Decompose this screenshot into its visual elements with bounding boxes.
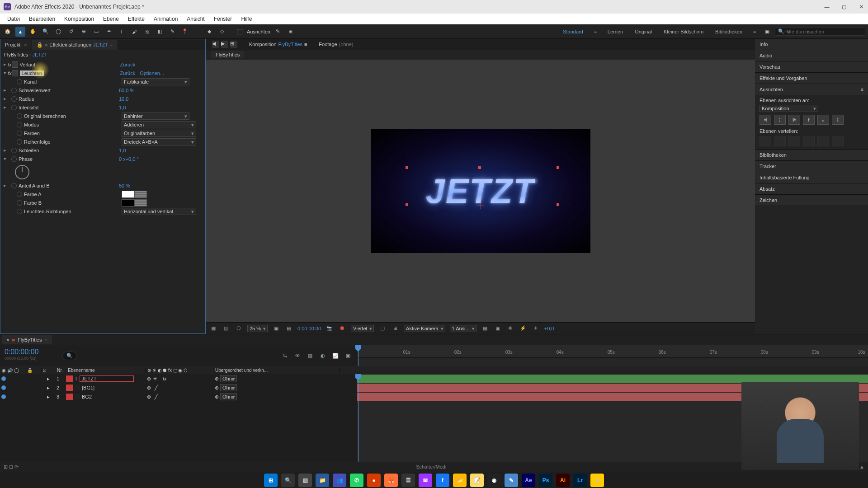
close-icon[interactable]: × — [6, 337, 9, 343]
schleifen-value[interactable]: 1,0 — [116, 148, 126, 153]
taskbar-search-icon[interactable]: 🔍 — [281, 474, 295, 487]
panel-absatz[interactable]: Absatz — [755, 183, 868, 194]
anchor-tool[interactable]: ⊕ — [79, 27, 89, 37]
panel-menu-icon[interactable]: ≡ — [861, 87, 863, 92]
tab-footage[interactable]: Footage (ohne) — [315, 40, 357, 49]
tl-shy-icon[interactable]: 👁 — [293, 352, 302, 360]
layer-name[interactable]: [BG1] — [82, 385, 94, 390]
anchor-point-icon[interactable] — [477, 202, 484, 209]
reihenfolge-dropdown[interactable]: Dreieck A>B>A — [122, 138, 196, 145]
orbit-tool[interactable]: ◯ — [53, 27, 63, 37]
menu-animation[interactable]: Animation — [149, 16, 182, 22]
home-tool[interactable]: 🏠 — [3, 27, 13, 37]
menu-komposition[interactable]: Komposition — [60, 16, 99, 22]
layer-color-label[interactable] — [66, 375, 73, 382]
rotate-tool[interactable]: ↺ — [66, 27, 76, 37]
taskbar-notes-icon[interactable]: 📝 — [470, 474, 484, 487]
panel-ausrichten[interactable]: Ausrichten≡ — [755, 84, 868, 95]
switches-modes-toggle[interactable]: Schalter/Modi — [416, 464, 446, 469]
help-search[interactable]: 🔍 — [775, 27, 865, 36]
taskbar-teams-icon[interactable]: 👥 — [333, 474, 346, 487]
align-top-icon[interactable]: ⫯ — [803, 115, 815, 125]
taskbar-whatsapp-icon[interactable]: ✆ — [350, 474, 363, 487]
clone-tool[interactable]: ⎘ — [142, 27, 152, 37]
motion-blur-icon[interactable]: ❋ — [506, 324, 514, 333]
playhead-line[interactable] — [358, 374, 359, 462]
snapshot-icon[interactable]: 📷 — [326, 324, 334, 333]
rect-tool[interactable]: ▭ — [91, 27, 101, 37]
eraser-tool[interactable]: ◧ — [155, 27, 165, 37]
layer-name-input[interactable]: JETZT — [80, 375, 134, 382]
panel-menu-icon[interactable]: ≡ — [110, 42, 113, 47]
exposure-value[interactable]: +0,0 — [544, 326, 554, 331]
zoom-tool[interactable]: 🔍 — [41, 27, 51, 37]
menu-hilfe[interactable]: Hilfe — [236, 16, 256, 22]
align-vcenter-icon[interactable]: ⫰ — [817, 115, 829, 125]
panel-info[interactable]: Info — [755, 39, 868, 50]
panel-tracker[interactable]: Tracker — [755, 161, 868, 172]
stopwatch-icon[interactable] — [11, 88, 17, 93]
panel-vorschau[interactable]: Vorschau — [755, 61, 868, 72]
visibility-toggle[interactable] — [1, 385, 6, 390]
tab-effekteinstellungen[interactable]: 🔒 ■ Effekteinstellungen JETZT ≡ — [32, 40, 118, 50]
lock-icon[interactable]: 🔒 — [37, 42, 43, 48]
puppet-tool[interactable]: 📍 — [180, 27, 190, 37]
stopwatch-icon[interactable] — [17, 131, 22, 136]
magnification-dropdown[interactable]: 25 % — [247, 325, 268, 332]
workspace-kleinerbildschirm[interactable]: Kleiner Bildschirm — [659, 29, 708, 34]
col-av-icons[interactable]: ◉ 🔊 ◯ — [0, 368, 25, 373]
workspace-lernen[interactable]: Lernen — [603, 29, 627, 34]
panel-zeichen[interactable]: Zeichen — [755, 195, 868, 206]
menu-ebene[interactable]: Ebene — [99, 16, 123, 22]
stopwatch-icon[interactable] — [17, 192, 22, 197]
selection-tool[interactable]: ▲ — [15, 27, 25, 37]
kanal-dropdown[interactable]: Farbkanäle — [122, 78, 189, 85]
views-dropdown[interactable]: 1 Ansi... — [450, 325, 476, 332]
snap-checkbox[interactable] — [237, 29, 242, 34]
res-full-icon[interactable]: ▣ — [272, 324, 280, 333]
color-a-swatch[interactable] — [122, 191, 134, 198]
menu-effekte[interactable]: Effekte — [123, 16, 149, 22]
align-right-icon[interactable]: ⫸ — [788, 115, 800, 125]
menu-bearbeiten[interactable]: Bearbeiten — [24, 16, 60, 22]
close-button[interactable]: ✕ — [858, 4, 864, 10]
menu-ansicht[interactable]: Ansicht — [182, 16, 209, 22]
pickwhip-icon[interactable]: ⊚ — [215, 385, 219, 390]
timeline-ruler-area[interactable]: 01s 02s 03s 04s 05s 06s 07s 08s 09s 10s — [357, 345, 868, 366]
alpha-toggle-icon[interactable]: ▦ — [209, 324, 217, 333]
modus-dropdown[interactable]: Addieren — [122, 121, 196, 128]
phase-dial[interactable] — [15, 165, 29, 179]
brush-tool[interactable]: 🖌 — [129, 27, 139, 37]
shape-fill-icon[interactable]: ◆ — [204, 27, 214, 37]
dof-icon[interactable]: ▣ — [494, 324, 502, 333]
workspace-bibliotheken[interactable]: Bibliotheken — [711, 29, 747, 34]
taskbar-explorer-icon[interactable]: 📁 — [316, 474, 329, 487]
panel-toggle-icon[interactable]: ▣ — [762, 27, 772, 37]
fx-toggle-icon[interactable]: fx — [8, 70, 12, 76]
hand-tool[interactable]: ✋ — [28, 27, 38, 37]
time-ruler[interactable]: 01s 02s 03s 04s 05s 06s 07s 08s 09s 10s — [357, 345, 868, 358]
workspace-standard[interactable]: Standard — [558, 29, 588, 34]
align-hcenter-icon[interactable]: ⫶ — [774, 115, 786, 125]
playhead[interactable] — [358, 345, 359, 366]
taskbar-ai-icon[interactable]: Ai — [556, 474, 570, 487]
align-target-dropdown[interactable]: Komposition — [760, 105, 818, 112]
roi-icon[interactable]: ▢ — [378, 324, 387, 333]
col-layername[interactable]: Ebenenname — [66, 368, 146, 373]
stopwatch-icon[interactable] — [11, 148, 17, 153]
panel-inhaltsfuellung[interactable]: Inhaltsbasierte Füllung — [755, 172, 868, 183]
3d-icon[interactable]: ▦ — [481, 324, 489, 333]
layer-color-label[interactable] — [66, 385, 73, 391]
roto-tool[interactable]: ✎ — [167, 27, 177, 37]
pickwhip-icon[interactable]: ⊚ — [215, 376, 219, 381]
taskbar-ps-icon[interactable]: Ps — [539, 474, 552, 487]
workspace-overflow-icon[interactable]: » — [750, 27, 760, 37]
menu-fenster[interactable]: Fenster — [209, 16, 237, 22]
timeline-timecode[interactable]: 0:00:00:00 00000 (25,00 fps) — [0, 345, 59, 366]
reset-link[interactable]: Zurück — [118, 70, 136, 76]
col-nr[interactable]: Nr. — [55, 368, 66, 373]
stopwatch-icon[interactable] — [17, 209, 22, 214]
taskbar-editor-icon[interactable]: ✎ — [505, 474, 518, 487]
phase-value[interactable]: 0 x+0,0 ° — [116, 156, 139, 162]
timeline-search[interactable]: 🔍 — [62, 352, 77, 360]
